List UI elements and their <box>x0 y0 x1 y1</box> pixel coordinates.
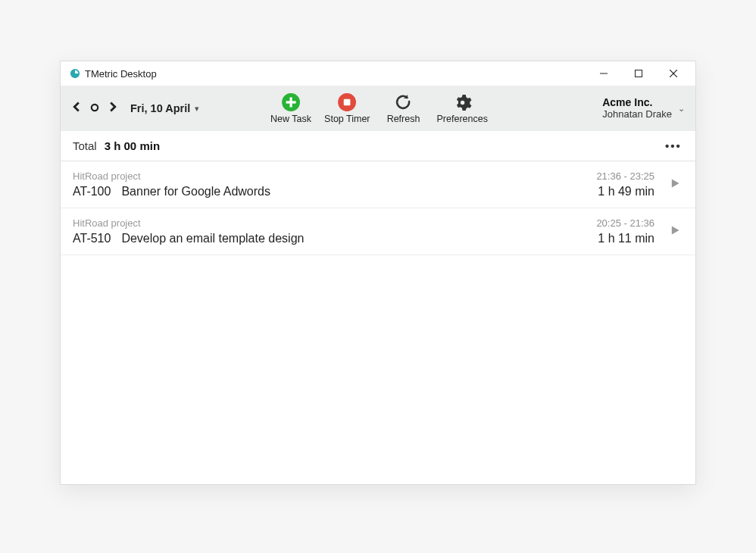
svg-rect-10 <box>344 99 351 106</box>
today-circle-icon <box>90 102 99 115</box>
svg-rect-2 <box>636 70 642 77</box>
main-toolbar: Fri, 10 April ▾ New Task Stop Timer <box>61 86 695 131</box>
account-company-label: Acme Inc. <box>602 97 672 108</box>
next-day-button[interactable] <box>105 100 121 117</box>
play-icon <box>670 225 680 239</box>
refresh-icon <box>394 92 414 112</box>
total-value: 3 h 00 min <box>105 139 160 152</box>
close-icon <box>670 68 677 80</box>
more-menu-button[interactable]: ••• <box>664 139 683 152</box>
entry-task-title: Develop an email template design <box>121 232 304 245</box>
resume-entry-button[interactable] <box>667 223 683 240</box>
chevron-down-icon: ▾ <box>195 104 199 114</box>
refresh-button[interactable]: Refresh <box>381 92 426 124</box>
date-navigation: Fri, 10 April ▾ <box>68 100 199 117</box>
stop-timer-label: Stop Timer <box>324 114 370 124</box>
stop-timer-button[interactable]: Stop Timer <box>324 92 370 124</box>
gear-icon <box>452 92 472 112</box>
account-switcher[interactable]: Acme Inc. Johnatan Drake ⌄ <box>602 97 688 120</box>
entry-time-range: 20:25 - 21:36 <box>596 217 654 229</box>
entry-task-title: Banner for Google Adwords <box>121 185 270 198</box>
preferences-button[interactable]: Preferences <box>437 92 488 124</box>
entry-time-range: 21:36 - 23:25 <box>596 170 654 182</box>
entry-task-id: AT-510 <box>73 232 111 245</box>
play-icon <box>670 178 680 192</box>
entry-duration: 1 h 11 min <box>598 232 654 245</box>
date-picker-button[interactable]: Fri, 10 April ▾ <box>130 102 199 114</box>
entry-project-label: HitRoad project <box>73 217 596 229</box>
svg-marker-12 <box>672 179 679 187</box>
time-entry-row[interactable]: HitRoad project AT-510 Develop an email … <box>61 208 695 255</box>
app-logo-icon <box>70 68 80 79</box>
window-minimize-button[interactable] <box>586 61 621 86</box>
today-button[interactable] <box>86 100 103 117</box>
entry-project-label: HitRoad project <box>73 170 596 182</box>
prev-day-button[interactable] <box>68 100 85 117</box>
total-row: Total 3 h 00 min ••• <box>61 131 695 161</box>
window-titlebar: TMetric Desktop <box>61 61 695 86</box>
stop-circle-icon <box>337 92 357 112</box>
maximize-icon <box>635 68 642 80</box>
window-maximize-button[interactable] <box>621 61 656 86</box>
new-task-label: New Task <box>270 114 311 124</box>
minimize-icon <box>600 68 608 80</box>
resume-entry-button[interactable] <box>667 177 683 193</box>
svg-point-5 <box>92 105 98 111</box>
time-entry-row[interactable]: HitRoad project AT-100 Banner for Google… <box>61 161 695 208</box>
chevron-down-icon: ⌄ <box>678 104 685 114</box>
chevron-right-icon <box>108 102 118 115</box>
more-dots-icon: ••• <box>665 139 682 152</box>
current-date-label: Fri, 10 April <box>130 102 190 114</box>
toolbar-actions: New Task Stop Timer Refresh <box>268 92 488 124</box>
plus-circle-icon <box>281 92 301 112</box>
refresh-label: Refresh <box>387 114 420 124</box>
application-window: TMetric Desktop <box>60 61 696 485</box>
new-task-button[interactable]: New Task <box>268 92 314 124</box>
window-close-button[interactable] <box>656 61 691 86</box>
svg-marker-13 <box>672 226 679 234</box>
window-title: TMetric Desktop <box>85 68 157 80</box>
time-entries-list: HitRoad project AT-100 Banner for Google… <box>61 161 695 484</box>
svg-point-11 <box>461 100 464 104</box>
entry-task-id: AT-100 <box>73 185 111 198</box>
entry-duration: 1 h 49 min <box>598 185 654 198</box>
preferences-label: Preferences <box>437 114 488 124</box>
total-label: Total <box>73 139 97 152</box>
chevron-left-icon <box>71 102 82 115</box>
account-user-label: Johnatan Drake <box>602 109 672 120</box>
